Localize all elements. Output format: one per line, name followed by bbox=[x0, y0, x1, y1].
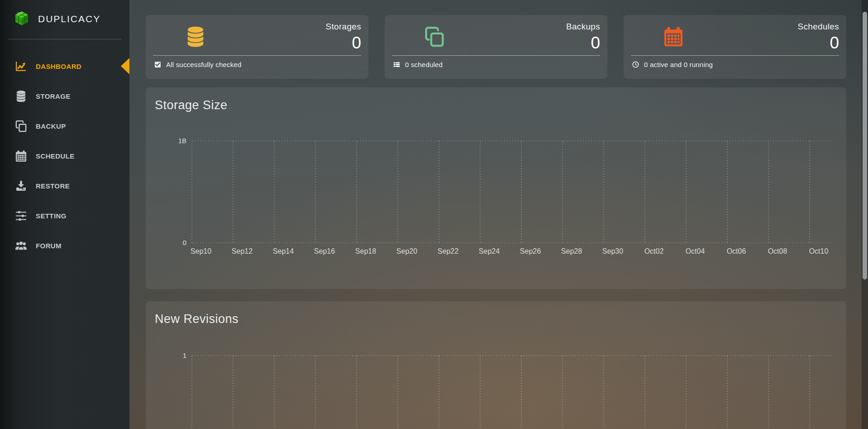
divider bbox=[8, 39, 121, 39]
x-axis-tick-label: Oct08 bbox=[768, 247, 787, 255]
stat-card-footer-text: All successfully checked bbox=[166, 61, 242, 68]
stat-card-value: 0 bbox=[566, 34, 600, 51]
x-axis-tick-label: Sep28 bbox=[561, 247, 582, 255]
storage-size-panel: Storage Size 1B0Sep10Sep12Sep14Sep16Sep1… bbox=[146, 87, 846, 289]
sidebar-item-label: BACKUP bbox=[36, 122, 66, 130]
line-chart-icon bbox=[14, 60, 28, 73]
brand: DUPLICACY bbox=[13, 10, 100, 28]
sidebar-item-label: SCHEDULE bbox=[36, 152, 75, 160]
sidebar-item-label: SETTING bbox=[36, 212, 67, 220]
y-axis-tick-label: 1B bbox=[178, 137, 186, 145]
divider bbox=[153, 55, 361, 56]
download-icon bbox=[14, 179, 28, 193]
y-axis-tick-label: 1 bbox=[183, 352, 186, 359]
sidebar-item-label: RESTORE bbox=[36, 182, 70, 190]
x-axis-tick-label: Sep10 bbox=[191, 247, 211, 255]
duplicacy-logo-icon bbox=[13, 10, 31, 28]
sidebar-item-storage[interactable]: STORAGE bbox=[0, 81, 129, 111]
app-title: DUPLICACY bbox=[38, 14, 100, 24]
sliders-icon bbox=[14, 209, 28, 222]
clock-icon bbox=[632, 61, 639, 68]
stat-card-label: Schedules bbox=[798, 22, 839, 32]
stat-card-footer: 0 active and 0 running bbox=[632, 61, 713, 68]
calendar-icon bbox=[662, 25, 685, 50]
x-axis-tick-label: Sep26 bbox=[520, 247, 541, 255]
sidebar-item-forum[interactable]: FORUM bbox=[0, 231, 129, 260]
x-axis-tick-label: Oct06 bbox=[727, 247, 746, 255]
sidebar-item-label: STORAGE bbox=[36, 92, 71, 100]
divider bbox=[392, 55, 600, 56]
x-axis-tick-label: Sep18 bbox=[355, 247, 376, 255]
x-axis-tick-label: Oct04 bbox=[686, 247, 705, 255]
stat-card-backups: Backups00 scheduled bbox=[385, 15, 607, 79]
sidebar-item-backup[interactable]: BACKUP bbox=[0, 111, 129, 141]
calendar-icon bbox=[14, 149, 28, 163]
active-item-arrow-icon bbox=[121, 58, 129, 74]
divider bbox=[631, 55, 839, 56]
new-revisions-panel: New Revisions 1 bbox=[146, 301, 846, 429]
x-axis-tick-label: Sep12 bbox=[232, 247, 253, 255]
sidebar-item-dashboard[interactable]: DASHBOARD bbox=[0, 51, 129, 81]
x-axis-tick-label: Sep20 bbox=[396, 247, 417, 255]
x-axis-tick-label: Sep16 bbox=[314, 247, 335, 255]
list-icon bbox=[393, 61, 401, 68]
stat-card-value: 0 bbox=[326, 34, 361, 51]
y-axis-tick-label: 0 bbox=[183, 239, 186, 246]
x-axis-tick-label: Sep22 bbox=[438, 247, 458, 255]
chart-canvas: 1 bbox=[146, 301, 846, 429]
app-root: DUPLICACY DASHBOARDSTORAGEBACKUPSCHEDULE… bbox=[0, 0, 868, 429]
x-axis-tick-label: Oct02 bbox=[644, 247, 664, 255]
stat-card-value: 0 bbox=[798, 34, 839, 51]
stat-card-schedules: Schedules00 active and 0 running bbox=[624, 15, 846, 79]
x-axis-tick-label: Sep24 bbox=[479, 247, 500, 255]
stat-card-text: Backups0 bbox=[566, 22, 600, 51]
stat-card-footer: 0 scheduled bbox=[393, 61, 443, 68]
stat-card-text: Schedules0 bbox=[798, 22, 839, 51]
copy-icon bbox=[14, 120, 28, 133]
users-icon bbox=[14, 239, 28, 252]
stat-card-storages: Storages0All successfully checked bbox=[146, 15, 368, 79]
copy-icon bbox=[423, 25, 446, 50]
sidebar-menu: DASHBOARDSTORAGEBACKUPSCHEDULERESTORESET… bbox=[0, 51, 129, 260]
x-axis-tick-label: Sep30 bbox=[602, 247, 623, 255]
check-square-icon bbox=[154, 61, 162, 68]
sidebar-item-label: DASHBOARD bbox=[36, 63, 81, 70]
scrollbar-thumb[interactable] bbox=[863, 12, 867, 280]
stat-card-footer: All successfully checked bbox=[154, 61, 242, 68]
stat-cards-row: Storages0All successfully checkedBackups… bbox=[146, 15, 846, 79]
sidebar: DUPLICACY DASHBOARDSTORAGEBACKUPSCHEDULE… bbox=[0, 0, 129, 429]
scrollbar-track[interactable] bbox=[862, 0, 868, 429]
x-axis-tick-label: Sep14 bbox=[273, 247, 294, 255]
sidebar-item-setting[interactable]: SETTING bbox=[0, 201, 129, 231]
stat-card-label: Backups bbox=[566, 22, 600, 32]
database-icon bbox=[184, 25, 207, 50]
stat-card-footer-text: 0 active and 0 running bbox=[644, 61, 713, 68]
stat-card-text: Storages0 bbox=[326, 22, 361, 51]
stat-card-footer-text: 0 scheduled bbox=[405, 61, 443, 68]
sidebar-item-schedule[interactable]: SCHEDULE bbox=[0, 141, 129, 171]
sidebar-item-restore[interactable]: RESTORE bbox=[0, 171, 129, 201]
chart-canvas: 1B0Sep10Sep12Sep14Sep16Sep18Sep20Sep22Se… bbox=[146, 87, 846, 289]
stat-card-label: Storages bbox=[326, 22, 361, 32]
sidebar-item-label: FORUM bbox=[36, 242, 62, 250]
x-axis-tick-label: Oct10 bbox=[809, 247, 829, 255]
database-icon bbox=[14, 90, 28, 103]
